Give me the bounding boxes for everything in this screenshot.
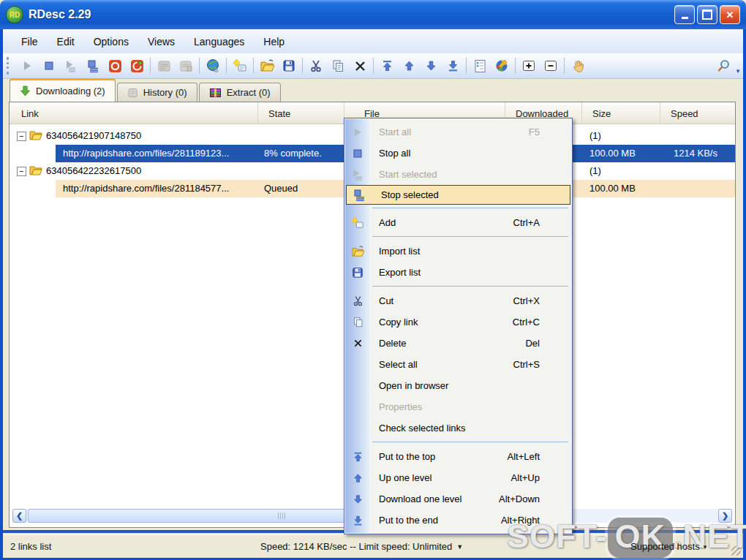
export-list-button[interactable] <box>278 56 300 76</box>
folder-icon <box>29 165 42 176</box>
open-in-browser-button[interactable] <box>202 56 224 76</box>
cell-link-url[interactable]: http://rapidshare.com/files/281189123... <box>63 148 229 159</box>
minus-box-icon <box>544 60 557 72</box>
menu-item-import-list[interactable]: Import list <box>344 241 572 262</box>
cell-state: 8% complete. <box>264 148 322 159</box>
doc-grey-icon <box>179 60 193 72</box>
arrow-bottom-icon <box>447 59 459 72</box>
archive-icon <box>209 88 222 98</box>
menu-options[interactable]: Options <box>84 33 138 50</box>
titlebar[interactable]: RD RDesc 2.29 ✕ <box>0 0 746 29</box>
move-top-button[interactable] <box>376 56 398 76</box>
stop-selected-button[interactable] <box>82 56 104 76</box>
toolbar-separator <box>466 58 467 74</box>
close-button[interactable]: ✕ <box>720 5 740 24</box>
play-lines-icon <box>350 167 366 183</box>
expand-all-button[interactable] <box>518 56 540 76</box>
menu-item-select-all[interactable]: Select allCtrl+S <box>344 354 572 375</box>
add-icon <box>233 58 247 73</box>
import-list-button[interactable] <box>256 56 278 76</box>
app-icon: RD <box>6 6 23 23</box>
menu-item-start-selected[interactable]: Start selected <box>344 164 572 185</box>
menu-item-export-list[interactable]: Export list <box>344 262 572 283</box>
stop-all-button[interactable] <box>38 56 60 76</box>
collapse-toggle-icon[interactable] <box>17 167 26 176</box>
list-tool-button-1[interactable] <box>153 56 175 76</box>
menu-item-put-to-top[interactable]: Put to the topAlt+Left <box>344 446 572 467</box>
add-icon <box>350 215 366 231</box>
column-header-speed[interactable]: Speed <box>660 102 735 124</box>
move-bottom-button[interactable] <box>442 56 464 76</box>
tab-extract[interactable]: Extract (0) <box>199 83 281 102</box>
copy-button[interactable] <box>327 56 349 76</box>
status-supported-hosts-text: Supported hosts <box>630 541 700 552</box>
download-arrow-icon <box>20 86 31 97</box>
tab-history[interactable]: History (0) <box>117 83 197 102</box>
minimize-button[interactable] <box>674 5 695 24</box>
chevron-down-icon: ▾ <box>736 67 740 75</box>
arrow-top-icon <box>381 59 393 72</box>
collapse-all-button[interactable] <box>540 56 562 76</box>
column-header-size[interactable]: Size <box>582 102 660 124</box>
status-supported-hosts[interactable]: Supported hosts ▾ <box>630 541 707 552</box>
column-header-link[interactable]: Link <box>10 102 258 124</box>
cell-size: (1) <box>589 165 601 176</box>
menu-item-delete[interactable]: DeleteDel <box>344 333 572 354</box>
play-lines-icon <box>64 59 78 72</box>
toolbar-separator <box>564 58 565 74</box>
menu-languages[interactable]: Languages <box>184 33 254 50</box>
power-icon <box>108 59 122 73</box>
stop-lines-icon <box>352 187 368 203</box>
properties-button[interactable] <box>469 56 491 76</box>
toolbar-grip[interactable] <box>7 57 12 75</box>
menu-help[interactable]: Help <box>254 33 294 50</box>
properties-icon <box>474 59 486 73</box>
start-selected-button[interactable] <box>60 56 82 76</box>
scroll-left-button[interactable]: ❮ <box>12 509 26 523</box>
cut-button[interactable] <box>305 56 327 76</box>
arrow-up-icon <box>403 59 415 72</box>
column-header-state[interactable]: State <box>258 102 344 124</box>
drag-hand-button[interactable] <box>567 56 589 76</box>
copy-icon <box>350 314 366 330</box>
move-up-button[interactable] <box>398 56 420 76</box>
menu-item-open-in-browser[interactable]: Open in browser <box>344 375 572 396</box>
maximize-button[interactable] <box>697 5 717 24</box>
menu-item-up-one-level[interactable]: Up one levelAlt+Up <box>344 467 572 488</box>
start-all-button[interactable] <box>16 56 38 76</box>
menu-item-check-selected-links[interactable]: Check selected links <box>344 417 572 439</box>
statistics-button[interactable] <box>491 56 513 76</box>
menu-item-properties[interactable]: Properties <box>344 396 572 417</box>
search-button[interactable] <box>712 56 734 76</box>
delete-button[interactable] <box>349 56 371 76</box>
list-tool-button-2[interactable] <box>175 56 197 76</box>
chevron-down-icon[interactable]: ▼ <box>456 543 463 550</box>
tab-downloading[interactable]: Downloading (2) <box>10 78 116 102</box>
menu-item-add[interactable]: AddCtrl+A <box>344 212 572 233</box>
menu-item-start-all[interactable]: Start allF5 <box>344 121 572 143</box>
menu-item-copy-link[interactable]: Copy linkCtrl+C <box>344 311 572 333</box>
menu-views[interactable]: Views <box>138 33 184 50</box>
toolbar-overflow-button[interactable]: ▾ <box>734 57 742 75</box>
menu-item-download-one-level[interactable]: Download one levelAlt+Down <box>344 488 572 510</box>
menu-edit[interactable]: Edit <box>48 33 84 50</box>
restart-button[interactable] <box>126 56 148 76</box>
chevron-down-icon: ▾ <box>704 543 707 550</box>
folder-icon <box>29 130 42 141</box>
menu-file[interactable]: File <box>12 33 48 50</box>
delete-x-icon <box>354 60 366 72</box>
arrow-bottom-icon <box>350 512 366 529</box>
cell-link-url[interactable]: http://rapidshare.com/files/281184577... <box>63 183 229 194</box>
menu-item-stop-selected[interactable]: Stop selected <box>346 185 570 205</box>
toolbar-separator <box>515 58 516 74</box>
status-speed[interactable]: Speed: 1214 KB/sec -- Limit speed: Unlim… <box>260 541 463 552</box>
globe-icon <box>206 58 220 73</box>
add-link-button[interactable] <box>229 56 251 76</box>
menu-item-stop-all[interactable]: Stop all <box>344 143 572 164</box>
menu-item-cut[interactable]: CutCtrl+X <box>344 290 572 311</box>
play-icon <box>20 59 34 72</box>
abort-button[interactable] <box>104 56 126 76</box>
collapse-toggle-icon[interactable] <box>17 132 26 141</box>
status-speed-text: Speed: 1214 KB/sec -- Limit speed: Unlim… <box>260 541 452 552</box>
move-down-button[interactable] <box>420 56 442 76</box>
